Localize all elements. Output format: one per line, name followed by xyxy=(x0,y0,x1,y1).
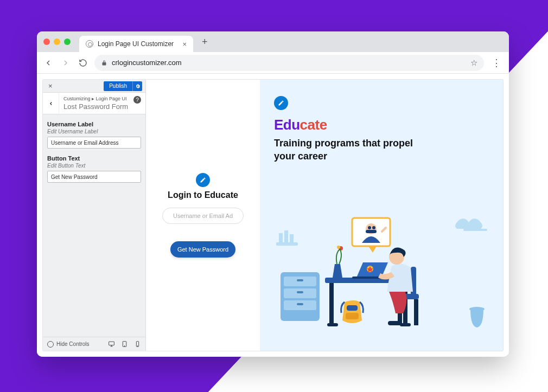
forward-button[interactable] xyxy=(60,57,72,69)
breadcrumb-back-button[interactable] xyxy=(43,93,59,114)
pencil-icon xyxy=(196,173,210,187)
svg-rect-22 xyxy=(297,303,303,305)
button-text-hint: Edit Button Text xyxy=(47,163,141,169)
customizer-app: × Publish Customizing ▸ Login Pag xyxy=(42,79,504,351)
tablet-device-icon[interactable] xyxy=(120,340,128,348)
back-button[interactable] xyxy=(42,57,54,69)
help-icon[interactable]: ? xyxy=(133,96,141,104)
get-new-password-button[interactable]: Get New Password xyxy=(170,241,235,258)
svg-rect-6 xyxy=(279,233,283,242)
lock-icon xyxy=(101,60,107,66)
svg-rect-9 xyxy=(463,229,487,231)
login-preview: Login to Educate Username or Email Ad Ge… xyxy=(146,80,503,351)
pencil-icon xyxy=(274,96,288,110)
eye-icon xyxy=(47,341,54,348)
svg-marker-11 xyxy=(368,246,377,253)
browser-menu-icon[interactable]: ⋮ xyxy=(489,57,504,69)
breadcrumb-path: Customizing ▸ Login Page UI xyxy=(63,96,141,101)
svg-rect-20 xyxy=(297,279,303,281)
customizer-controls: Username Label Edit Username Label Butto… xyxy=(43,114,145,194)
svg-rect-38 xyxy=(388,321,402,325)
minimize-window-icon[interactable] xyxy=(54,38,60,45)
svg-rect-30 xyxy=(352,277,382,279)
svg-point-15 xyxy=(372,226,375,229)
customizer-close-icon[interactable]: × xyxy=(46,82,55,90)
browser-toolbar: crlogincustomizer.com ☆ ⋮ xyxy=(37,52,509,74)
svg-point-29 xyxy=(337,246,340,249)
url-text: crlogincustomizer.com xyxy=(112,59,182,67)
tab-title: Login Page UI Customizer xyxy=(98,40,174,48)
svg-rect-0 xyxy=(109,342,114,345)
reload-button[interactable] xyxy=(77,57,89,69)
username-label-title: Username Label xyxy=(47,121,141,127)
globe-icon xyxy=(86,40,93,48)
close-window-icon[interactable] xyxy=(43,38,50,45)
hero-illustration xyxy=(271,213,499,337)
svg-point-2 xyxy=(124,346,125,346)
publish-button[interactable]: Publish xyxy=(104,81,132,91)
browser-tab[interactable]: Login Page UI Customizer × xyxy=(79,36,193,52)
customizer-breadcrumb: Customizing ▸ Login Page UI Lost Passwor… xyxy=(43,93,145,114)
login-heading: Login to Educate xyxy=(168,190,238,200)
browser-window: Login Page UI Customizer × + crlogincust… xyxy=(37,31,509,357)
svg-rect-39 xyxy=(346,313,359,319)
svg-rect-8 xyxy=(290,234,294,242)
hero-tagline: Training programs that propel your caree… xyxy=(274,137,415,163)
svg-rect-40 xyxy=(347,305,358,311)
customizer-footer: Hide Controls xyxy=(43,337,145,351)
svg-rect-21 xyxy=(297,291,303,293)
username-label-input[interactable] xyxy=(47,137,141,149)
button-text-input[interactable] xyxy=(47,171,141,183)
breadcrumb-title: Lost Password Form xyxy=(63,102,141,111)
svg-rect-36 xyxy=(414,299,418,325)
svg-rect-5 xyxy=(276,242,298,246)
hero-panel: Educate Training programs that propel yo… xyxy=(260,80,503,351)
address-bar[interactable]: crlogincustomizer.com ☆ xyxy=(94,55,484,71)
hide-controls-button[interactable]: Hide Controls xyxy=(47,341,90,348)
svg-rect-7 xyxy=(284,230,288,242)
mobile-device-icon[interactable] xyxy=(133,340,141,348)
tab-close-icon[interactable]: × xyxy=(182,40,187,48)
svg-rect-13 xyxy=(366,230,377,233)
window-controls xyxy=(43,38,71,45)
desktop-device-icon[interactable] xyxy=(107,340,115,348)
page-viewport: × Publish Customizing ▸ Login Pag xyxy=(37,74,509,357)
svg-rect-26 xyxy=(327,323,338,326)
username-label-hint: Edit Username Label xyxy=(47,128,141,134)
brand-title: Educate xyxy=(274,117,489,133)
customizer-topbar: × Publish xyxy=(43,80,145,93)
svg-rect-24 xyxy=(329,283,334,326)
username-email-input[interactable]: Username or Email Ad xyxy=(162,208,244,224)
button-text-title: Button Text xyxy=(47,155,141,162)
svg-point-4 xyxy=(137,346,138,346)
svg-point-14 xyxy=(368,226,371,229)
publish-settings-icon[interactable] xyxy=(132,81,142,91)
new-tab-button[interactable]: + xyxy=(199,36,211,48)
browser-tabbar: Login Page UI Customizer × + xyxy=(37,31,509,52)
maximize-window-icon[interactable] xyxy=(64,38,71,45)
bookmark-star-icon[interactable]: ☆ xyxy=(470,58,477,68)
customizer-sidebar: × Publish Customizing ▸ Login Pag xyxy=(43,80,146,351)
login-form-panel: Login to Educate Username or Email Ad Ge… xyxy=(146,80,260,351)
